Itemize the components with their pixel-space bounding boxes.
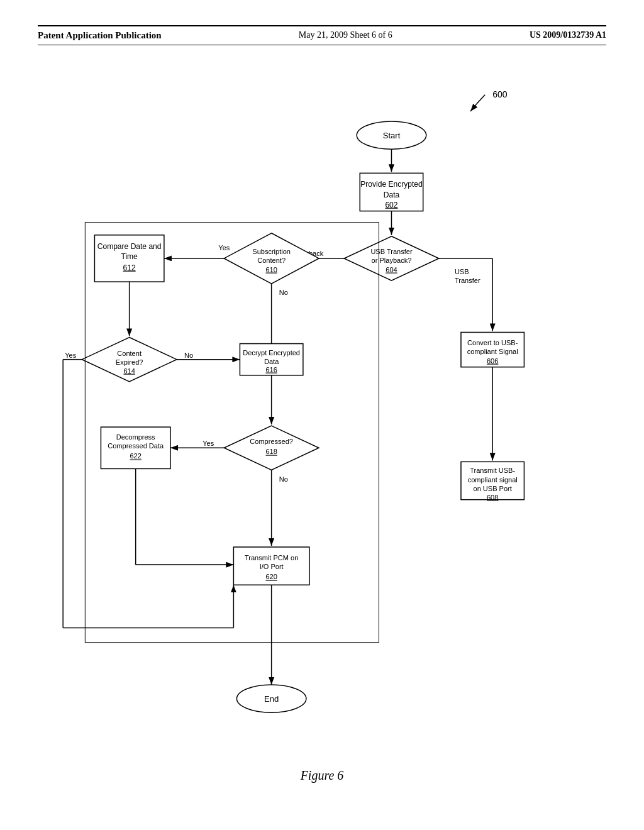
svg-text:Compressed Data: Compressed Data: [108, 442, 164, 450]
transmit-usb-node: Transmit USB-: [470, 467, 515, 474]
page: Patent Application Publication May 21, 2…: [0, 0, 644, 830]
svg-text:608: 608: [487, 494, 498, 501]
svg-text:Data: Data: [264, 358, 279, 365]
page-header: Patent Application Publication May 21, 2…: [38, 25, 606, 45]
compressed-node: Compressed?: [250, 438, 293, 445]
svg-text:618: 618: [265, 448, 277, 455]
svg-text:Yes: Yes: [203, 440, 214, 447]
svg-text:622: 622: [130, 452, 141, 460]
subscription-content-node: Subscription: [252, 248, 291, 255]
svg-text:No: No: [184, 351, 193, 359]
svg-text:614: 614: [123, 367, 135, 375]
svg-text:620: 620: [265, 573, 277, 580]
figure-caption: Figure 6: [38, 768, 606, 783]
usb-transfer-playback-node: USB Transfer: [370, 248, 413, 255]
svg-text:compliant Signal: compliant Signal: [467, 348, 518, 355]
svg-text:compliant signal: compliant signal: [468, 476, 518, 484]
svg-text:606: 606: [487, 357, 498, 365]
header-publication-label: Patent Application Publication: [38, 30, 162, 41]
svg-text:Yes: Yes: [218, 244, 230, 252]
svg-text:Time: Time: [121, 252, 138, 261]
svg-line-1: [470, 104, 477, 111]
header-date-sheet: May 21, 2009 Sheet 6 of 6: [299, 30, 392, 40]
provide-encrypted-data-node: Provide Encrypted: [360, 180, 422, 189]
svg-text:Content?: Content?: [257, 257, 286, 264]
svg-text:Yes: Yes: [65, 351, 76, 359]
decompress-node: Decompress: [116, 433, 155, 441]
svg-line-0: [477, 95, 485, 104]
svg-text:612: 612: [123, 263, 136, 272]
svg-text:604: 604: [386, 266, 397, 274]
svg-text:602: 602: [385, 201, 397, 209]
end-node: End: [264, 694, 279, 704]
svg-text:Expired?: Expired?: [116, 358, 143, 366]
content-expired-node: Content: [117, 350, 142, 357]
flowchart-area: 600 Start Provide Encrypted Data 602: [38, 52, 606, 762]
start-node: Start: [383, 131, 401, 140]
transmit-pcm-node: Transmit PCM on: [245, 554, 298, 562]
svg-text:or Playback?: or Playback?: [372, 257, 412, 264]
svg-text:No: No: [279, 475, 288, 483]
svg-text:616: 616: [265, 366, 277, 374]
svg-text:610: 610: [265, 266, 277, 274]
header-patent-number: US 2009/0132739 A1: [530, 30, 606, 40]
compare-date-time-node: Compare Date and: [97, 242, 162, 251]
flowchart-svg: 600 Start Provide Encrypted Data 602: [38, 52, 606, 762]
svg-text:on USB Port: on USB Port: [474, 485, 512, 492]
convert-usb-node: Convert to USB-: [467, 339, 518, 346]
diagram-number-label: 600: [492, 89, 508, 99]
usb-transfer-label: USB: [455, 268, 469, 275]
svg-text:Data: Data: [384, 191, 400, 199]
decrypt-node: Decrypt Encrypted: [243, 349, 300, 357]
svg-text:I/O Port: I/O Port: [260, 563, 284, 570]
svg-text:Transfer: Transfer: [455, 277, 480, 284]
svg-text:No: No: [279, 289, 288, 296]
